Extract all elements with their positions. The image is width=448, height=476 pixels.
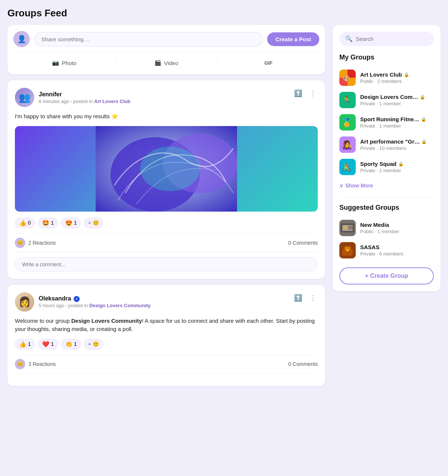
add-reaction-1[interactable]: + 🙂: [84, 218, 103, 228]
verified-icon-2: ✓: [74, 296, 80, 302]
user-avatar: 👤: [13, 31, 30, 47]
group-item-sport-running[interactable]: 🏅 Sport Running Fitne… 🔒 Private · 1 mem…: [339, 111, 434, 134]
share-box: 👤 Create a Post 📷 Photo 🎬 Video GIF: [7, 25, 325, 74]
svg-point-24: [346, 249, 349, 251]
group-avatar-sasas: [339, 242, 356, 258]
gif-option[interactable]: GIF: [218, 57, 319, 68]
reaction-heart-2[interactable]: ❤️ 1: [38, 339, 58, 350]
reaction-clap-2[interactable]: 👏 1: [61, 339, 81, 350]
my-groups-list: 🎨 Art Lovers Club 🔒 Public · 2 members: [339, 67, 434, 178]
post-content-2: Welcome to our group Design Lovers Commu…: [15, 317, 318, 334]
more-button-1[interactable]: ⋮: [308, 88, 318, 99]
gif-icon: GIF: [264, 60, 272, 66]
group-item-art-performance[interactable]: 👩‍🎤 Art performance "Gr… 🔒 Private · 10 …: [339, 134, 434, 156]
svg-text:🎨: 🎨: [342, 74, 351, 83]
group-info-performance: Art performance "Gr… 🔒 Private · 10 memb…: [360, 138, 427, 151]
post-actions-top-1: ⬆️ ⋮: [292, 88, 318, 99]
post-time-1: 6 minutes ago · posted in Art Lovers Clu…: [39, 99, 130, 104]
post-card-1: 👥 Jennifer 6 minutes ago · posted in Art…: [7, 80, 325, 279]
reaction-star-1[interactable]: 🤩 1: [38, 218, 58, 228]
photo-icon: 📷: [52, 60, 59, 66]
group-info-sport: Sport Running Fitne… 🔒 Private · 1 membe…: [360, 116, 426, 129]
post-image-1: [15, 126, 318, 212]
posted-in-label-1: posted in: [73, 99, 93, 104]
comment-row-1: [15, 257, 318, 271]
photo-option[interactable]: 📷 Photo: [13, 57, 115, 68]
time-ago-1: 6 minutes ago: [39, 99, 69, 104]
post-author-info-2: 👩 Oleksandra ✓ 5 hours ago · posted in: [15, 292, 151, 312]
search-input[interactable]: [356, 36, 428, 42]
add-reaction-2[interactable]: + 🙂: [84, 339, 103, 350]
author-name-1: Jennifer: [39, 91, 130, 98]
post-actions-top-2: ⬆️ ⋮: [292, 292, 318, 303]
group-avatar-sport: 🏅: [339, 114, 356, 131]
post-stats-2: 😊 3 Reactions 0 Comments: [15, 355, 318, 373]
reactions-row-1: 👍 0 🤩 1 😍 1 + 🙂: [15, 218, 318, 228]
post-content-1: I'm happy to share with you my results ⭐: [15, 112, 318, 121]
share-input[interactable]: [34, 32, 263, 46]
post-author-info-1: 👥 Jennifer 6 minutes ago · posted in Art…: [15, 88, 130, 107]
comment-input-1[interactable]: [15, 257, 318, 271]
create-group-button[interactable]: + Create Group: [339, 267, 434, 284]
share-button-2[interactable]: ⬆️: [292, 292, 304, 303]
my-groups-title: My Groups: [339, 54, 434, 61]
reaction-love-1[interactable]: 😍 1: [61, 218, 81, 228]
post-header-1: 👥 Jennifer 6 minutes ago · posted in Art…: [15, 88, 318, 107]
group-item-sporty-squad[interactable]: 🚴 Sporty Squad 🔒 Private · 1 member: [339, 156, 434, 178]
create-post-button[interactable]: Create a Post: [267, 32, 319, 46]
time-ago-2: 5 hours ago: [39, 303, 64, 308]
main-feed: 👤 Create a Post 📷 Photo 🎬 Video GIF: [7, 25, 325, 386]
sidebar: 🔍 My Groups 🎨: [333, 25, 441, 291]
post-stats-1: 😊 2 Reactions 0 Comments: [15, 234, 318, 252]
reaction-avatar-2: 😊: [15, 359, 25, 369]
video-option[interactable]: 🎬 Video: [115, 57, 217, 68]
group-info-sporty: Sporty Squad 🔒 Private · 1 member: [360, 161, 404, 173]
svg-text:🏅: 🏅: [342, 118, 352, 128]
media-options: 📷 Photo 🎬 Video GIF: [13, 52, 319, 68]
group-avatar-sporty: 🚴: [339, 159, 356, 175]
post-group-2[interactable]: Design Lovers Community: [89, 303, 151, 308]
group-avatar-newmedia: [339, 220, 356, 236]
more-button-2[interactable]: ⋮: [308, 292, 318, 303]
group-item-sasas[interactable]: SASAS Private · 6 members: [339, 239, 434, 261]
reactions-count-2: 3 Reactions: [28, 361, 56, 367]
group-item-art-lovers[interactable]: 🎨 Art Lovers Club 🔒 Public · 2 members: [339, 67, 434, 89]
page-title: Groups Feed: [7, 7, 441, 19]
reactions-count-1: 2 Reactions: [28, 240, 56, 246]
author-avatar-2: 👩: [15, 292, 34, 312]
share-button-1[interactable]: ⬆️: [292, 88, 304, 99]
post-meta-1: Jennifer 6 minutes ago · posted in Art L…: [39, 91, 130, 104]
sidebar-card: 🔍 My Groups 🎨: [333, 25, 441, 291]
post-time-2: 5 hours ago · posted in Design Lovers Co…: [39, 303, 151, 308]
post-card-2: 👩 Oleksandra ✓ 5 hours ago · posted in: [7, 285, 325, 386]
lock-icon-4: 🔒: [398, 161, 404, 167]
group-avatar-art-lovers: 🎨: [339, 70, 356, 86]
lock-icon-0: 🔒: [404, 72, 409, 77]
group-info-art-lovers: Art Lovers Club 🔒 Public · 2 members: [360, 71, 409, 84]
reaction-like-1[interactable]: 👍 0: [15, 218, 35, 228]
reactions-left-1: 😊 2 Reactions: [15, 238, 56, 248]
svg-text:🚴: 🚴: [342, 162, 352, 172]
lock-icon-2: 🔒: [421, 117, 426, 122]
lock-icon-1: 🔒: [420, 94, 425, 100]
suggested-groups-list: New Media Public · 1 member: [339, 217, 434, 261]
post-header-2: 👩 Oleksandra ✓ 5 hours ago · posted in: [15, 292, 318, 312]
group-item-new-media[interactable]: New Media Public · 1 member: [339, 217, 434, 239]
show-more-button[interactable]: ∨ Show More: [339, 180, 434, 192]
group-avatar-design: 🏃: [339, 92, 356, 108]
group-info-newmedia: New Media Public · 1 member: [360, 222, 399, 234]
comments-count-2: 0 Comments: [288, 361, 318, 367]
author-avatar-1: 👥: [15, 88, 34, 107]
suggested-groups-title: Suggested Groups: [339, 204, 434, 212]
post-meta-2: Oleksandra ✓ 5 hours ago · posted in Des…: [39, 295, 151, 308]
lock-icon-3: 🔒: [421, 139, 427, 144]
post-group-1[interactable]: Art Lovers Club: [94, 99, 131, 104]
chevron-down-icon: ∨: [339, 183, 343, 189]
search-bar[interactable]: 🔍: [339, 32, 434, 46]
svg-rect-20: [348, 226, 353, 229]
share-input-row: 👤 Create a Post: [13, 31, 319, 47]
group-item-design-lovers[interactable]: 🏃 Design Lovers Com… 🔒 Private · 1 membe…: [339, 89, 434, 111]
sidebar-divider: [339, 197, 434, 198]
reactions-row-2: 👍 1 ❤️ 1 👏 1 + 🙂: [15, 339, 318, 350]
reaction-thumb-2[interactable]: 👍 1: [15, 339, 35, 350]
